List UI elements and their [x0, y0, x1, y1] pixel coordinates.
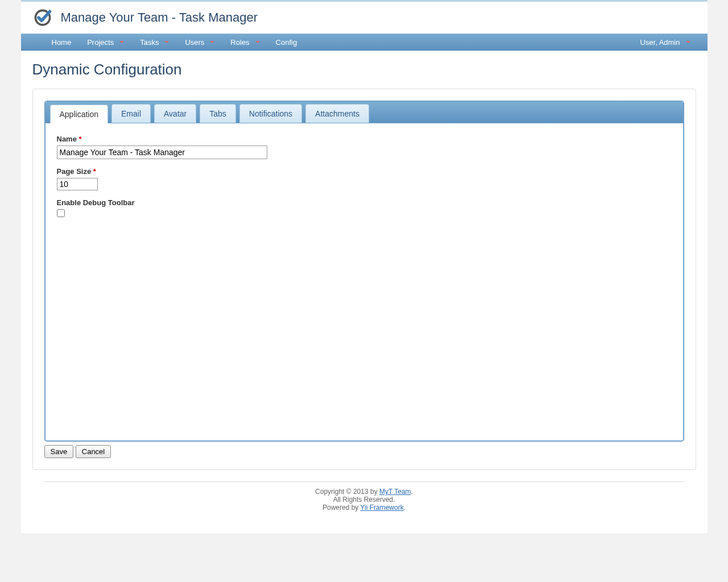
label-text: Name: [57, 135, 77, 143]
form-row-pagesize: Page Size *: [57, 167, 672, 190]
footer-text: .: [411, 488, 413, 496]
page-container: Manage Your Team - Task Manager Home Pro…: [21, 0, 708, 533]
debug-checkbox[interactable]: [57, 209, 65, 217]
save-button[interactable]: Save: [44, 445, 74, 458]
nav-user-menu[interactable]: User, Admin: [632, 35, 698, 50]
tab-label: Avatar: [164, 109, 187, 118]
pagesize-input[interactable]: [57, 178, 98, 190]
tab-attachments[interactable]: Attachments: [305, 104, 369, 123]
content: Dynamic Configuration Application Email …: [21, 51, 708, 533]
caret-down-icon: [255, 41, 260, 43]
main-panel: Application Email Avatar Tabs Notificati…: [32, 89, 696, 470]
buttons-row: Save Cancel: [44, 445, 684, 458]
nav-label: Config: [276, 38, 297, 47]
form-row-name: Name *: [57, 135, 672, 159]
nav-user-label: User, Admin: [640, 38, 680, 47]
app-logo-icon: [32, 7, 53, 28]
name-input[interactable]: [57, 146, 267, 159]
pagesize-label: Page Size *: [57, 167, 96, 176]
tab-application[interactable]: Application: [50, 105, 109, 123]
footer-line1: Copyright © 2013 by MyT Team.: [44, 488, 685, 496]
footer-link-framework[interactable]: Yii Framework: [360, 504, 403, 512]
nav-label: Home: [52, 38, 72, 47]
tab-label: Application: [60, 110, 99, 119]
navbar: Home Projects Tasks Users Roles Config: [21, 34, 708, 51]
nav-left: Home Projects Tasks Users Roles Config: [44, 35, 305, 50]
header: Manage Your Team - Task Manager: [21, 2, 708, 34]
footer-line2: All Rights Reserved.: [44, 496, 685, 504]
label-text: Page Size: [57, 167, 92, 176]
footer-line3: Powered by Yii Framework.: [44, 504, 685, 512]
footer-text: .: [404, 504, 406, 512]
nav-label: Tasks: [140, 38, 159, 47]
nav-home[interactable]: Home: [44, 35, 80, 50]
footer-link-team[interactable]: MyT Team: [379, 488, 411, 496]
nav-right: User, Admin: [632, 35, 698, 50]
tab-email[interactable]: Email: [111, 104, 151, 123]
form-row-debug: Enable Debug Toolbar: [57, 198, 672, 219]
name-label: Name *: [57, 135, 82, 143]
tabs-container: Application Email Avatar Tabs Notificati…: [44, 101, 684, 442]
nav-users[interactable]: Users: [177, 35, 222, 50]
tab-label: Tabs: [209, 109, 226, 118]
tab-avatar[interactable]: Avatar: [154, 104, 196, 123]
nav-label: Projects: [87, 38, 114, 47]
tabs-bar: Application Email Avatar Tabs Notificati…: [46, 102, 683, 123]
page-title: Dynamic Configuration: [32, 61, 696, 78]
cancel-button[interactable]: Cancel: [76, 445, 111, 458]
tab-tabs[interactable]: Tabs: [200, 104, 236, 123]
tab-label: Notifications: [249, 109, 292, 118]
caret-down-icon: [686, 41, 690, 43]
tab-body: Name * Page Size * Enable Debug T: [46, 123, 683, 430]
caret-down-icon: [119, 41, 124, 43]
nav-label: Users: [185, 38, 204, 47]
nav-label: Roles: [230, 38, 249, 47]
tab-label: Email: [121, 109, 141, 118]
tab-label: Attachments: [315, 109, 359, 118]
app-title: Manage Your Team - Task Manager: [61, 10, 258, 25]
caret-down-icon: [210, 41, 214, 43]
nav-tasks[interactable]: Tasks: [132, 35, 177, 50]
nav-config[interactable]: Config: [268, 35, 305, 50]
nav-projects[interactable]: Projects: [79, 35, 132, 50]
required-mark: *: [93, 167, 96, 176]
debug-label: Enable Debug Toolbar: [57, 198, 135, 207]
caret-down-icon: [164, 41, 169, 43]
footer-text: Copyright © 2013 by: [315, 488, 379, 496]
footer-text: Powered by: [322, 504, 361, 512]
tab-notifications[interactable]: Notifications: [239, 104, 302, 123]
nav-roles[interactable]: Roles: [222, 35, 267, 50]
required-mark: *: [79, 135, 82, 143]
footer: Copyright © 2013 by MyT Team. All Rights…: [44, 481, 685, 522]
